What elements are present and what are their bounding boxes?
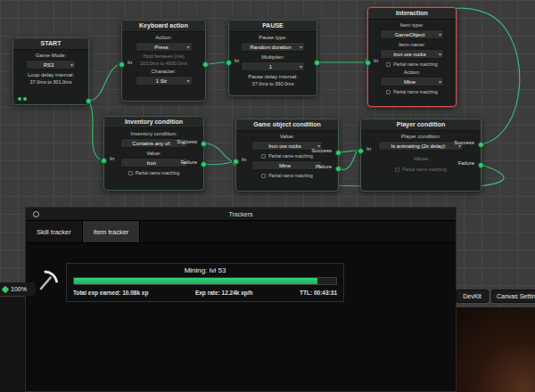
checkbox-icon [261, 174, 266, 178]
checkbox-icon [261, 154, 266, 159]
tab-item-tracker[interactable]: Item tracker [83, 221, 141, 242]
failure-port[interactable] [478, 162, 484, 168]
trackers-tab-bar: Skill tracker Item tracker [26, 221, 456, 243]
item-name-dropdown[interactable]: Iron ore rocks ▾ [380, 49, 444, 59]
chevron-down-icon: ▾ [439, 51, 441, 59]
failure-port[interactable] [201, 161, 207, 167]
checkbox-icon [386, 62, 391, 67]
checkbox-icon [386, 90, 391, 94]
partial-name-matching-checkbox[interactable]: Partial name matching [236, 153, 338, 159]
partial-name-matching-checkbox[interactable]: Partial name matching [368, 61, 456, 67]
input-port[interactable] [119, 61, 125, 68]
success-port[interactable] [201, 141, 207, 147]
multiplier-dropdown[interactable]: 1 ▾ [241, 61, 305, 71]
field-label: Item type: [368, 22, 456, 28]
success-port-label: Success [311, 148, 332, 153]
in-port-label: In [366, 146, 371, 151]
field-label: Loop delay interval: [13, 72, 88, 78]
input-port[interactable] [233, 159, 239, 165]
game-mode-dropdown[interactable]: RS3 ▾ [26, 60, 76, 69]
zoom-indicator[interactable]: 100% [0, 282, 36, 296]
tab-skill-tracker[interactable]: Skill tracker [26, 221, 83, 242]
node-start[interactable]: START Game Mode: RS3 ▾ Loop delay interv… [12, 37, 89, 105]
output-port[interactable] [202, 61, 209, 68]
input-port[interactable] [226, 60, 232, 66]
action-dropdown[interactable]: Mine ▾ [251, 160, 323, 170]
field-label: Player condition: [361, 134, 481, 139]
partial-name-matching-checkbox[interactable]: Partial name matching [236, 173, 338, 178]
field-label: Character: [122, 69, 205, 74]
node-title: Player condition [361, 119, 481, 131]
devkit-button[interactable]: DevKit [456, 290, 489, 303]
character-dropdown[interactable]: 1 Str ▾ [136, 76, 193, 86]
dropdown-value: Is animating (2s delay): [391, 143, 446, 149]
ttl-label: TTL: 00:43:31 [300, 290, 337, 296]
trackers-window[interactable]: Trackers Skill tracker Item tracker Mini… [25, 207, 457, 392]
in-port-label: In [235, 58, 239, 63]
field-label: Item name: [368, 42, 456, 47]
pause-delay-value: 37.0ms to 390.0ms [229, 81, 317, 86]
chevron-down-icon: ▾ [186, 44, 189, 52]
checkbox-icon [395, 167, 399, 172]
total-exp-label: Total exp earned: 10.08k xp [73, 290, 148, 296]
node-title: START [13, 38, 88, 50]
success-port[interactable] [335, 150, 342, 156]
chevron-down-icon: ▾ [70, 61, 73, 69]
dropdown-value: Contains any of: [132, 141, 170, 146]
checkbox-label: Partial name matching [402, 167, 447, 172]
field-label: Multiplier: [229, 54, 317, 60]
chevron-down-icon: ▾ [186, 78, 189, 86]
partial-name-matching-checkbox[interactable]: Partial name matching [368, 89, 456, 94]
output-port[interactable] [314, 60, 320, 66]
dropdown-value: Press [154, 45, 168, 50]
checkbox-label: Partial name matching [393, 61, 438, 67]
exp-rate-label: Exp rate: 12.24k xp/h [195, 290, 253, 296]
dropdown-value: 1 Str [156, 78, 168, 84]
chevron-down-icon: ▾ [439, 78, 441, 86]
node-game-object-condition[interactable]: Game object condition Value: Iron ore ro… [235, 118, 339, 192]
canvas-settings-button[interactable]: Canvas Settings [491, 290, 535, 303]
trackers-title: Trackers [229, 211, 253, 217]
dropdown-value: Iron [147, 160, 156, 166]
dropdown-value: Mine [404, 79, 416, 85]
trackers-titlebar[interactable]: Trackers [26, 208, 456, 221]
dropdown-value: RS3 [44, 62, 54, 68]
dropdown-value: 1 [269, 64, 272, 69]
value-dropdown[interactable]: Iron ▾ [120, 158, 188, 167]
left-dark-strip [0, 297, 25, 392]
record-circle-icon [33, 211, 39, 217]
loop-delay-value: 37.0ms to 301.0ms [13, 79, 88, 85]
item-type-dropdown[interactable]: GameObject ▾ [380, 29, 444, 39]
node-title: PAUSE [229, 20, 317, 32]
node-keyboard-action[interactable]: Keyboard action Action: Press ▾ Hold bet… [121, 20, 206, 102]
checkbox-label: Partial name matching [268, 153, 313, 159]
player-condition-dropdown[interactable]: Is animating (2s delay): ▾ [378, 141, 464, 151]
node-pause[interactable]: PAUSE Pause type: Random duration ▾ Mult… [228, 20, 317, 96]
failure-port-label: Failure [316, 164, 332, 169]
dropdown-value: GameObject [395, 32, 425, 37]
in-port-label: In [242, 157, 246, 162]
input-port[interactable] [358, 148, 364, 154]
input-port[interactable] [101, 158, 107, 164]
pause-type-dropdown[interactable]: Random duration ▾ [241, 42, 305, 52]
field-label: Inventory condition: [104, 131, 203, 136]
failure-port-label: Failure [458, 160, 474, 166]
dropdown-value: Iron ore rocks [268, 143, 301, 149]
hold-between-label: Hold between (ms) [122, 53, 205, 59]
input-port[interactable] [365, 60, 371, 66]
failure-port[interactable] [335, 166, 342, 172]
node-player-condition[interactable]: Player condition Player condition: Is an… [360, 118, 482, 192]
node-title: Game object condition [236, 119, 338, 131]
node-interaction[interactable]: Interaction Item type: GameObject ▾ Item… [367, 7, 457, 107]
field-label: Action: [122, 35, 205, 40]
action-dropdown[interactable]: Mine ▾ [380, 77, 444, 86]
partial-name-matching-checkbox[interactable]: Partial name matching [104, 170, 203, 176]
checkbox-label: Partial name matching [136, 170, 180, 176]
action-dropdown[interactable]: Press ▾ [136, 42, 193, 52]
node-inventory-condition[interactable]: Inventory condition Inventory condition:… [103, 116, 204, 191]
success-port[interactable] [478, 142, 484, 148]
output-port[interactable] [86, 98, 92, 104]
skill-progress-box: Mining: lvl 53 Total exp earned: 10.08k … [66, 263, 344, 302]
chevron-down-icon: ▾ [300, 44, 302, 52]
game-view-corner [457, 307, 535, 392]
